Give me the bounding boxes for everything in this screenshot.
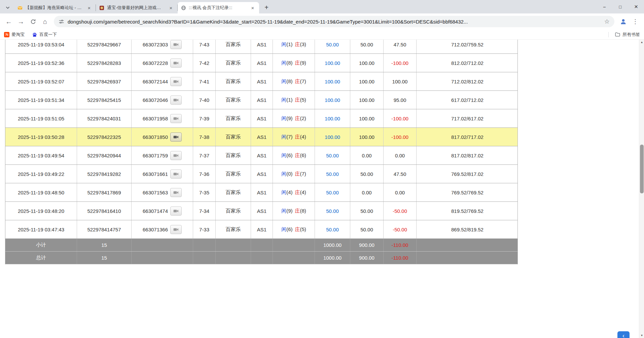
tab-haiyan-forum[interactable]: 【新提醒】海燕策略论坛 - 综合... × bbox=[14, 2, 96, 13]
video-replay-button[interactable] bbox=[170, 96, 182, 105]
video-replay-button[interactable] bbox=[170, 77, 182, 86]
bet-amount-link[interactable]: 50.00 bbox=[315, 220, 350, 238]
bookmark-baidu[interactable]: 百度一下 bbox=[32, 32, 57, 38]
table-row[interactable]: 2025-11-19 03:51:34 522978425415 6630720… bbox=[5, 91, 517, 109]
tab-bet-records-active[interactable]: :::视讯 会员下注纪录::: × bbox=[178, 2, 259, 13]
bet-time: 2025-11-19 03:51:05 bbox=[5, 109, 77, 127]
player-result: 闲(6) bbox=[281, 226, 292, 233]
scroll-down-arrow[interactable]: ▼ bbox=[639, 333, 644, 338]
total-valid: 900.00 bbox=[350, 252, 384, 264]
bet-time: 2025-11-19 03:52:07 bbox=[5, 72, 77, 90]
empty-cell bbox=[216, 252, 251, 264]
game-id-cell: 663071366 bbox=[132, 220, 193, 238]
tab-close-icon[interactable]: × bbox=[168, 5, 174, 11]
round-number: 7-35 bbox=[193, 183, 216, 201]
table-row[interactable]: 2025-11-19 03:48:50 522978417869 6630715… bbox=[5, 183, 517, 202]
video-replay-button[interactable] bbox=[170, 188, 182, 197]
tab-tongbao-platform[interactable]: 通宝-信誉最好的网上游戏平台 × bbox=[96, 2, 177, 13]
table-row[interactable]: 2025-11-19 03:52:07 522978426937 6630721… bbox=[5, 72, 517, 91]
game-result: 闲(7) 庄(4) bbox=[273, 128, 315, 146]
all-bookmarks-button[interactable]: 所有书签 bbox=[608, 32, 640, 38]
player-result: 闲(0) bbox=[281, 171, 292, 177]
empty-cell bbox=[216, 239, 251, 251]
game-id-cell: 663072303 bbox=[132, 40, 193, 53]
game-id-cell: 663071661 bbox=[132, 165, 193, 183]
bet-amount-link[interactable]: 50.00 bbox=[315, 165, 350, 183]
floating-page-button[interactable]: ‹ bbox=[617, 331, 630, 338]
home-button[interactable]: ⌂ bbox=[39, 15, 51, 28]
scroll-up-arrow[interactable]: ▲ bbox=[639, 40, 644, 45]
bet-amount-link[interactable]: 50.00 bbox=[315, 146, 350, 164]
table-row[interactable]: 2025-11-19 03:51:05 522978424031 6630719… bbox=[5, 109, 517, 128]
banker-result: 庄(4) bbox=[295, 189, 306, 196]
bookmark-star-icon[interactable]: ☆ bbox=[604, 18, 610, 25]
scrollbar-thumb[interactable] bbox=[640, 145, 644, 193]
table-row[interactable]: 2025-11-19 03:50:28 522978422325 6630718… bbox=[5, 128, 517, 146]
bet-amount-link[interactable]: 100.00 bbox=[315, 72, 350, 90]
banker-result: 庄(4) bbox=[295, 134, 306, 140]
banker-result: 庄(3) bbox=[295, 41, 306, 48]
tab-list-dropdown-icon[interactable] bbox=[3, 2, 13, 13]
site-settings-tune-icon[interactable] bbox=[59, 19, 64, 25]
video-replay-button[interactable] bbox=[170, 40, 182, 49]
window-maximize-button[interactable]: □ bbox=[612, 0, 628, 13]
video-replay-button[interactable] bbox=[170, 114, 182, 123]
bet-amount-link[interactable]: 50.00 bbox=[315, 202, 350, 220]
back-button[interactable]: ← bbox=[3, 15, 15, 28]
valid-amount: 50.00 bbox=[350, 220, 384, 238]
bet-time: 2025-11-19 03:49:22 bbox=[5, 165, 77, 183]
empty-cell bbox=[251, 252, 273, 264]
table-row[interactable]: 2025-11-19 03:53:04 522978429667 6630723… bbox=[5, 40, 517, 54]
game-type: 百家乐 bbox=[216, 54, 251, 72]
bookmark-taobao[interactable]: 淘 爱淘宝 bbox=[4, 32, 25, 38]
tab-title: 通宝-信誉最好的网上游戏平台 bbox=[107, 5, 165, 11]
video-replay-button[interactable] bbox=[170, 225, 182, 234]
round-number: 7-40 bbox=[193, 91, 216, 109]
balance: 717.02/617.02 bbox=[417, 109, 518, 127]
table-row[interactable]: 2025-11-19 03:47:43 522978414757 6630713… bbox=[5, 220, 517, 239]
bet-amount-link[interactable]: 50.00 bbox=[315, 40, 350, 53]
address-bar[interactable]: dongshouji.com/game/betrecord_search/kin… bbox=[54, 16, 614, 27]
bet-amount-link[interactable]: 100.00 bbox=[315, 128, 350, 146]
new-tab-button[interactable]: + bbox=[262, 3, 271, 12]
table-row[interactable]: 2025-11-19 03:48:20 522978416410 6630714… bbox=[5, 202, 517, 220]
window-close-button[interactable]: × bbox=[628, 0, 644, 13]
bet-id: 522978424031 bbox=[77, 109, 132, 127]
game-result: 闲(1) 庄(5) bbox=[273, 91, 315, 109]
subtotal-bet: 1000.00 bbox=[315, 239, 350, 251]
bookmark-label: 爱淘宝 bbox=[11, 32, 25, 38]
tab-close-icon[interactable]: × bbox=[86, 5, 92, 11]
tab-close-icon[interactable]: × bbox=[250, 5, 256, 11]
table-row[interactable]: 2025-11-19 03:49:22 522978419282 6630716… bbox=[5, 165, 517, 183]
banker-result: 庄(8) bbox=[295, 208, 306, 214]
bet-amount-link[interactable]: 100.00 bbox=[315, 54, 350, 72]
table-row[interactable]: 2025-11-19 03:52:36 522978428283 6630722… bbox=[5, 54, 517, 72]
reload-button[interactable] bbox=[27, 15, 39, 28]
browser-menu-button[interactable]: ⋮ bbox=[629, 15, 641, 28]
game-type: 百家乐 bbox=[216, 128, 251, 146]
bet-amount-link[interactable]: 100.00 bbox=[315, 91, 350, 109]
valid-amount: 100.00 bbox=[350, 109, 384, 127]
game-type: 百家乐 bbox=[216, 165, 251, 183]
video-replay-button[interactable] bbox=[170, 151, 182, 160]
bet-time: 2025-11-19 03:49:54 bbox=[5, 146, 77, 164]
video-replay-button[interactable] bbox=[170, 133, 182, 142]
video-replay-button[interactable] bbox=[170, 59, 182, 68]
bet-amount-link[interactable]: 50.00 bbox=[315, 183, 350, 201]
game-id: 663072144 bbox=[143, 79, 168, 84]
table-row[interactable]: 2025-11-19 03:49:54 522978420944 6630717… bbox=[5, 146, 517, 165]
video-replay-button[interactable] bbox=[170, 170, 182, 179]
url-text[interactable]: dongshouji.com/game/betrecord_search/kin… bbox=[68, 19, 602, 25]
vertical-scrollbar[interactable]: ▲ ▼ bbox=[639, 40, 644, 338]
empty-cell bbox=[132, 252, 193, 264]
video-replay-button[interactable] bbox=[170, 206, 182, 216]
profile-avatar[interactable] bbox=[617, 15, 629, 28]
game-type: 百家乐 bbox=[216, 91, 251, 109]
game-result: 闲(1) 庄(3) bbox=[273, 40, 315, 53]
video-camera-icon bbox=[173, 227, 179, 232]
empty-cell bbox=[193, 252, 216, 264]
banker-result: 庄(6) bbox=[295, 152, 306, 159]
bet-amount-link[interactable]: 100.00 bbox=[315, 109, 350, 127]
forward-button[interactable]: → bbox=[15, 15, 27, 28]
window-minimize-button[interactable]: − bbox=[597, 0, 612, 13]
